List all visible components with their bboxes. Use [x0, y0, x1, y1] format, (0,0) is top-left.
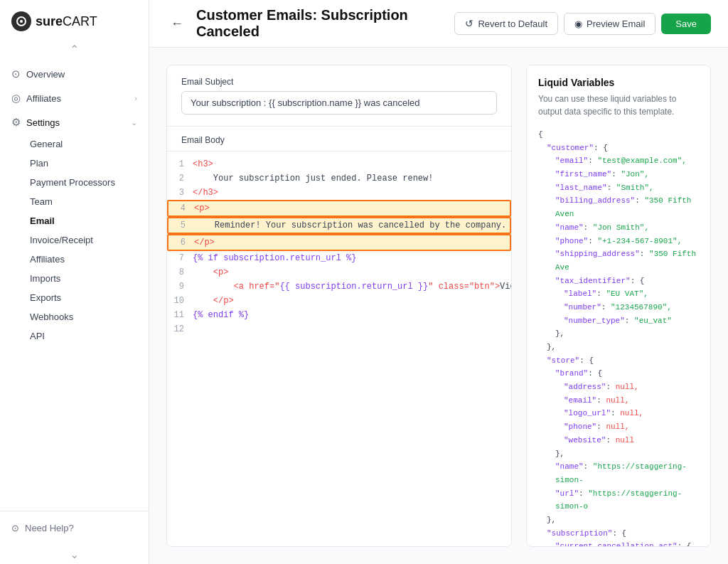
- json-viewer: {"customer": {"email": "test@example.com…: [538, 128, 699, 547]
- json-line: "shipping_address": "350 Fifth Ave: [538, 248, 699, 274]
- line-content: <h3>: [193, 157, 511, 171]
- chevron-right-icon: ›: [134, 94, 137, 102]
- variables-title: Liquid Variables: [538, 77, 699, 88]
- sidebar-item-label: Overview: [26, 69, 65, 80]
- line-number: 7: [167, 251, 193, 265]
- eye-icon: ◉: [574, 18, 582, 29]
- sidebar-nav: ⊙ Overview ◎ Affiliates › ⚙ Settings ⌄ G…: [0, 59, 149, 511]
- line-number: 1: [167, 157, 193, 171]
- json-line: },: [538, 327, 699, 341]
- json-line: "label": "EU VAT",: [538, 287, 699, 301]
- sub-item-exports[interactable]: Exports: [0, 288, 149, 307]
- code-line: 7{% if subscription.return_url %}: [167, 251, 511, 265]
- line-content: <p>: [193, 265, 511, 280]
- line-number: 9: [167, 280, 193, 294]
- json-line: "logo_url": null,: [538, 407, 699, 420]
- line-content: Your subscription just ended. Please ren…: [193, 171, 511, 186]
- affiliates-icon: ◎: [11, 92, 21, 105]
- subject-input[interactable]: [181, 91, 497, 115]
- email-editor-panel: Email Subject Email Body 1<h3>2 Your sub…: [166, 65, 512, 547]
- scroll-down-button[interactable]: ⌄: [70, 548, 79, 561]
- line-content: {% if subscription.return_url %}: [193, 251, 511, 265]
- subject-section: Email Subject: [167, 65, 511, 127]
- line-number: 12: [167, 322, 193, 336]
- overview-icon: ⊙: [11, 68, 21, 80]
- json-line: "tax_identifier": {: [538, 275, 699, 288]
- sidebar-scroll-up[interactable]: ⌃: [0, 40, 149, 59]
- json-line: "address": null,: [538, 381, 699, 394]
- sub-item-invoice-receipt[interactable]: Invoice/Receipt: [0, 230, 149, 250]
- body-section: Email Body 1<h3>2 Your subscription just…: [167, 127, 511, 546]
- svg-point-1: [20, 20, 23, 23]
- json-line: "first_name": "Jon",: [538, 168, 699, 181]
- need-help-link[interactable]: ⊙ Need Help?: [11, 520, 137, 536]
- settings-icon: ⚙: [11, 116, 21, 129]
- sub-item-team[interactable]: Team: [0, 192, 149, 211]
- json-line: },: [538, 514, 699, 527]
- content-area: Email Subject Email Body 1<h3>2 Your sub…: [149, 48, 728, 564]
- save-button[interactable]: Save: [661, 14, 711, 34]
- line-number: 10: [167, 294, 193, 308]
- json-line: "subscription": {: [538, 527, 699, 541]
- sidebar-item-settings[interactable]: ⚙ Settings ⌄: [0, 110, 149, 134]
- line-number: 8: [167, 265, 193, 280]
- line-number: 6: [168, 235, 194, 250]
- line-content: </p>: [194, 235, 510, 250]
- sidebar-item-overview[interactable]: ⊙ Overview: [0, 62, 149, 86]
- sidebar-item-label: Settings: [26, 117, 60, 128]
- code-line: 10 </p>: [167, 294, 511, 308]
- line-number: 5: [168, 218, 194, 233]
- code-line: 9 <a href="{{ subscription.return_url }}…: [167, 280, 511, 294]
- topbar: ← Customer Emails: Subscription Canceled…: [149, 0, 728, 48]
- sidebar: sureCART ⌃ ⊙ Overview ◎ Affiliates › ⚙ S…: [0, 0, 149, 564]
- line-number: 2: [167, 171, 193, 186]
- line-content: </p>: [193, 294, 511, 308]
- sub-item-general[interactable]: General: [0, 134, 149, 154]
- body-label: Email Body: [167, 127, 511, 151]
- json-line: "website": null: [538, 434, 699, 447]
- sidebar-item-affiliates[interactable]: ◎ Affiliates ›: [0, 86, 149, 110]
- line-content: </h3>: [193, 186, 511, 200]
- logo: sureCART: [0, 0, 149, 40]
- sub-item-payment-processors[interactable]: Payment Processors: [0, 173, 149, 192]
- sub-item-imports[interactable]: Imports: [0, 269, 149, 288]
- json-line: "brand": {: [538, 367, 699, 381]
- code-line: 2 Your subscription just ended. Please r…: [167, 171, 511, 186]
- page-title: Customer Emails: Subscription Canceled: [196, 7, 446, 40]
- help-icon: ⊙: [11, 523, 19, 533]
- sub-item-affiliates[interactable]: Affiliates: [0, 250, 149, 269]
- code-line: 1<h3>: [167, 157, 511, 171]
- json-line: },: [538, 341, 699, 354]
- json-line: "current_cancellation_act": {: [538, 540, 699, 547]
- line-content: {% endif %}: [193, 308, 511, 322]
- code-line: 8 <p>: [167, 265, 511, 280]
- code-line: 11{% endif %}: [167, 308, 511, 322]
- preview-button[interactable]: ◉ Preview Email: [564, 13, 655, 35]
- sub-item-api[interactable]: API: [0, 326, 149, 346]
- chevron-down-icon: ⌄: [131, 118, 137, 127]
- code-editor[interactable]: 1<h3>2 Your subscription just ended. Ple…: [167, 151, 511, 546]
- back-button[interactable]: ←: [166, 15, 188, 33]
- json-line: "number": "1234567890",: [538, 301, 699, 314]
- json-line: "billing_address": "350 Fifth Aven: [538, 194, 699, 220]
- variables-description: You can use these liquid variables to ou…: [538, 92, 699, 118]
- json-line: "name": "Jon Smith",: [538, 221, 699, 235]
- code-line: 4<p>: [167, 200, 511, 217]
- revert-button[interactable]: ↺ Revert to Default: [454, 12, 558, 35]
- revert-icon: ↺: [465, 18, 473, 29]
- line-number: 4: [168, 201, 194, 216]
- json-line: "last_name": "Smith",: [538, 181, 699, 195]
- json-line: "url": "https://staggering-simon-o: [538, 487, 699, 514]
- logo-text: sureCART: [36, 14, 97, 29]
- sub-item-plan[interactable]: Plan: [0, 154, 149, 173]
- variables-panel: Liquid Variables You can use these liqui…: [526, 65, 711, 547]
- scroll-up-button[interactable]: ⌃: [70, 43, 79, 56]
- line-number: 3: [167, 186, 193, 200]
- sub-item-webhooks[interactable]: Webhooks: [0, 307, 149, 326]
- sidebar-scroll-down[interactable]: ⌄: [0, 545, 149, 564]
- sub-item-email[interactable]: Email: [0, 211, 149, 230]
- json-line: },: [538, 447, 699, 461]
- topbar-actions: ↺ Revert to Default ◉ Preview Email Save: [454, 12, 711, 35]
- json-line: "name": "https://staggering-simon-: [538, 460, 699, 486]
- json-line: "phone": "+1-234-567-8901",: [538, 235, 699, 248]
